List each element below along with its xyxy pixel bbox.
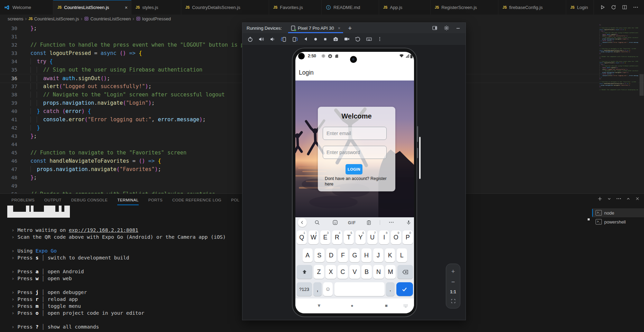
close-button[interactable] — [635, 196, 640, 201]
zoom-in-button[interactable]: + — [451, 268, 455, 275]
key-j[interactable]: J — [373, 248, 384, 262]
panel-tab-code-reference-log[interactable]: CODE REFERENCE LOG — [172, 195, 221, 205]
key-b[interactable]: B — [361, 265, 372, 279]
add-device-button[interactable]: + — [348, 25, 352, 31]
keyboard-input-button[interactable] — [366, 36, 372, 42]
key-g[interactable]: G — [350, 248, 360, 262]
key-y[interactable]: 6Y — [356, 230, 366, 244]
panel-tab-output[interactable]: OUTPUT — [44, 195, 62, 205]
key-w[interactable]: 2W — [309, 230, 319, 244]
record-button[interactable] — [344, 36, 350, 42]
snapshot-button[interactable] — [355, 36, 361, 42]
panel-tab-pol[interactable]: POL — [231, 195, 239, 205]
keyboard-search-icon[interactable] — [314, 220, 320, 225]
key-u[interactable]: 7U — [367, 230, 378, 244]
key-m[interactable]: M — [385, 265, 396, 279]
email-field[interactable] — [323, 127, 387, 140]
editor-scrollbar[interactable] — [639, 23, 644, 193]
editor-tab-countrydetailsscreen-js[interactable]: JSCountryDetailsScreen.js — [181, 0, 269, 15]
run-button[interactable] — [600, 4, 605, 10]
keyboard-more-icon[interactable] — [389, 221, 394, 223]
minimap[interactable]: }; // Function to handle the press event… — [599, 23, 638, 193]
keyboard-clipboard-icon[interactable] — [366, 220, 371, 225]
breadcrumb-item-countrieslistscreen[interactable]: CountriesListScreen — [84, 16, 131, 21]
panel-right-button[interactable] — [432, 25, 438, 31]
device-tab-close-icon[interactable]: × — [338, 26, 341, 31]
scrollbar-thumb[interactable] — [640, 74, 644, 96]
nav-keyboard-icon[interactable] — [403, 304, 408, 307]
back-button[interactable] — [303, 37, 308, 41]
editor-tab-favorites-js[interactable]: JSFavorites.js — [269, 0, 322, 15]
volume-up-button[interactable] — [258, 36, 264, 42]
keyboard-gif-button[interactable]: GIF — [348, 220, 356, 225]
chevron-up-button[interactable] — [626, 197, 631, 201]
panel-tab-debug-console[interactable]: DEBUG CONSOLE — [71, 195, 108, 205]
login-button[interactable]: LOGIN — [346, 164, 362, 174]
symbols-key[interactable]: ?123 — [297, 282, 312, 296]
nav-overview-icon[interactable]: ■ — [385, 303, 388, 308]
editor-tab-countrieslistscreen-js[interactable]: JSCountriesListScreen.js× — [53, 0, 131, 15]
key-i[interactable]: 8I — [379, 230, 389, 244]
space-key[interactable] — [334, 282, 385, 296]
key-o[interactable]: 9O — [391, 230, 401, 244]
password-field[interactable] — [323, 146, 387, 159]
emoji-key[interactable]: ☺ — [323, 282, 333, 296]
key-h[interactable]: H — [361, 248, 372, 262]
key-v[interactable]: V — [349, 265, 360, 279]
overview-button[interactable] — [323, 37, 328, 41]
editor-tab-registerscreen-js[interactable]: JSRegisterScreen.js — [431, 0, 498, 15]
editor-tab-app-js[interactable]: JSApp.js — [379, 0, 431, 15]
rotate-right-button[interactable] — [292, 36, 298, 42]
home-button[interactable] — [313, 37, 318, 41]
more-horizontal-button[interactable] — [616, 196, 622, 201]
panel-tab-ports[interactable]: PORTS — [148, 195, 163, 205]
key-q[interactable]: 1Q — [297, 230, 307, 244]
gear-button[interactable] — [444, 25, 449, 31]
power-button[interactable] — [247, 36, 253, 42]
terminal-output[interactable]: › Metro waiting on exp://192.168.2.21:80… — [11, 227, 226, 330]
split-editor-button[interactable] — [622, 4, 627, 10]
camera-button[interactable] — [333, 36, 339, 42]
key-a[interactable]: A — [303, 248, 313, 262]
breadcrumb-item-screens[interactable]: screens — [8, 16, 24, 21]
device-screen[interactable]: 2:50 — [295, 52, 414, 313]
comma-key[interactable]: , — [313, 282, 322, 296]
terminal-item-powershell[interactable]: >_powershell — [592, 217, 644, 226]
chevron-down-button[interactable] — [607, 197, 611, 201]
minimize-button[interactable] — [456, 26, 461, 31]
enter-key[interactable] — [396, 282, 413, 296]
volume-down-button[interactable] — [269, 36, 275, 42]
panel-drag-handle[interactable] — [588, 218, 590, 220]
editor-tab-readme-md[interactable]: README.md — [322, 0, 379, 15]
keyboard-mic-icon[interactable] — [406, 220, 411, 225]
keyboard-stickers-icon[interactable] — [332, 220, 338, 225]
breadcrumb-item-logoutpressed[interactable]: logoutPressed — [136, 16, 171, 21]
fit-screen-button[interactable] — [451, 298, 456, 304]
register-link[interactable]: Dont have an account? Register here — [325, 176, 394, 187]
keyboard-back-button[interactable] — [298, 218, 307, 227]
editor-tab-styles-js[interactable]: JSstyles.js — [131, 0, 181, 15]
refresh-button[interactable] — [611, 4, 616, 10]
nav-back-icon[interactable]: ▼ — [317, 303, 321, 308]
key-f[interactable]: F — [338, 248, 348, 262]
more-vertical-button[interactable] — [377, 36, 382, 42]
key-d[interactable]: D — [326, 248, 337, 262]
zoom-out-button[interactable]: − — [451, 279, 455, 285]
key-p[interactable]: 0P — [403, 230, 413, 244]
backspace-key[interactable] — [397, 265, 413, 279]
editor-tab-firebaseconfig-js[interactable]: JSfirebaseConfig.js — [498, 0, 566, 15]
shift-key[interactable] — [297, 265, 312, 279]
actual-size-button[interactable]: 1:1 — [450, 290, 456, 294]
editor-tab-welcome[interactable]: Welcome — [0, 0, 53, 15]
key-z[interactable]: Z — [314, 265, 324, 279]
key-l[interactable]: L — [397, 248, 407, 262]
key-c[interactable]: C — [338, 265, 348, 279]
key-n[interactable]: N — [373, 265, 384, 279]
nav-home-icon[interactable]: ● — [351, 303, 353, 308]
key-e[interactable]: 3E — [320, 230, 331, 244]
key-t[interactable]: 5T — [344, 230, 354, 244]
rotate-left-button[interactable] — [280, 36, 287, 42]
period-key[interactable]: . — [386, 282, 395, 296]
plus-button[interactable] — [597, 196, 602, 201]
terminal-item-node[interactable]: >_node — [592, 208, 644, 217]
